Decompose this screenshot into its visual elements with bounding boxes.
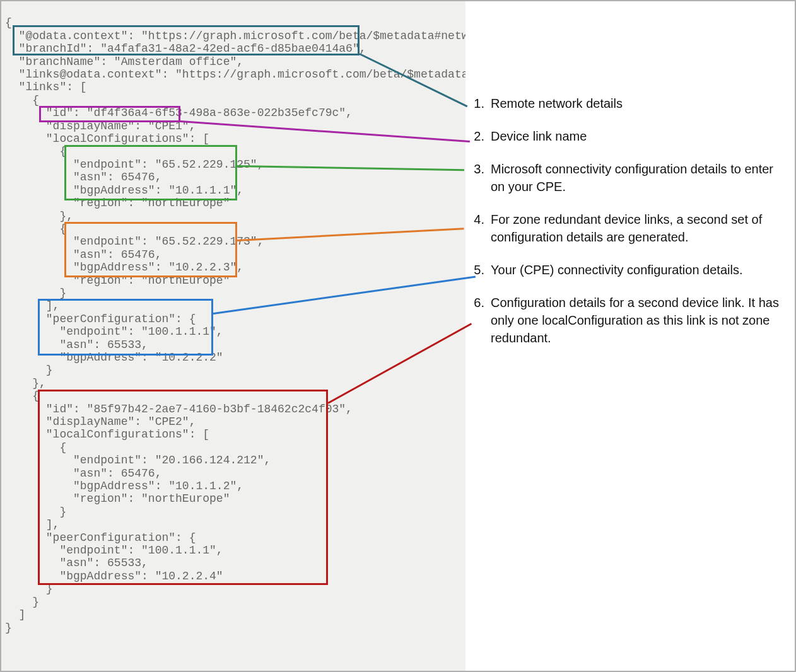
code-line: { <box>5 94 39 107</box>
legend-item-5: 5. Your (CPE) connectivity configuration… <box>468 261 783 279</box>
legend-text: Configuration details for a second devic… <box>491 294 783 347</box>
code-line: ] <box>5 608 25 621</box>
legend-number: 6. <box>468 294 491 347</box>
legend-item-6: 6. Configuration details for a second de… <box>468 294 783 347</box>
legend-item-3: 3. Microsoft connectivity configuration … <box>468 160 783 195</box>
highlight-ms-config <box>64 145 237 200</box>
legend-number: 2. <box>468 127 491 145</box>
code-line: } <box>5 287 66 299</box>
highlight-peer-config <box>38 299 213 356</box>
code-line: { <box>5 16 12 29</box>
legend-list: 1. Remote network details 2. Device link… <box>468 95 783 362</box>
legend-item-4: 4. For zone redundant device links, a se… <box>468 211 783 246</box>
code-line: "links@odata.context": "https://graph.mi… <box>5 68 465 81</box>
code-line: { <box>5 145 66 158</box>
code-line: }, <box>5 377 46 390</box>
legend-item-1: 1. Remote network details <box>468 95 783 112</box>
code-line: } <box>5 364 53 376</box>
code-line: "localConfigurations": [ <box>5 132 209 145</box>
diagram-frame: { "@odata.context": "https://graph.micro… <box>0 0 796 672</box>
highlight-second-link <box>38 390 328 585</box>
code-line: { <box>5 390 39 402</box>
code-line: { <box>5 223 66 235</box>
code-line: "links": [ <box>5 81 87 93</box>
highlight-remote-network <box>13 25 360 55</box>
legend-number: 3. <box>468 160 491 195</box>
code-line: "branchName": "Amsterdam office", <box>5 55 243 68</box>
legend-number: 5. <box>468 261 491 279</box>
legend-text: For zone redundant device links, a secon… <box>491 211 783 246</box>
code-line: }, <box>5 210 73 223</box>
legend-number: 4. <box>468 211 491 246</box>
highlight-second-config <box>64 222 237 277</box>
legend-text: Your (CPE) connectivity configuration de… <box>491 261 783 279</box>
legend-text: Device link name <box>491 127 783 145</box>
legend-text: Remote network details <box>491 95 783 112</box>
legend-number: 1. <box>468 95 491 112</box>
code-line: } <box>5 622 12 634</box>
legend-item-2: 2. Device link name <box>468 127 783 145</box>
legend-text: Microsoft connectivity configuration det… <box>491 160 783 195</box>
highlight-device-link-name <box>39 106 180 122</box>
code-line: } <box>5 596 39 608</box>
